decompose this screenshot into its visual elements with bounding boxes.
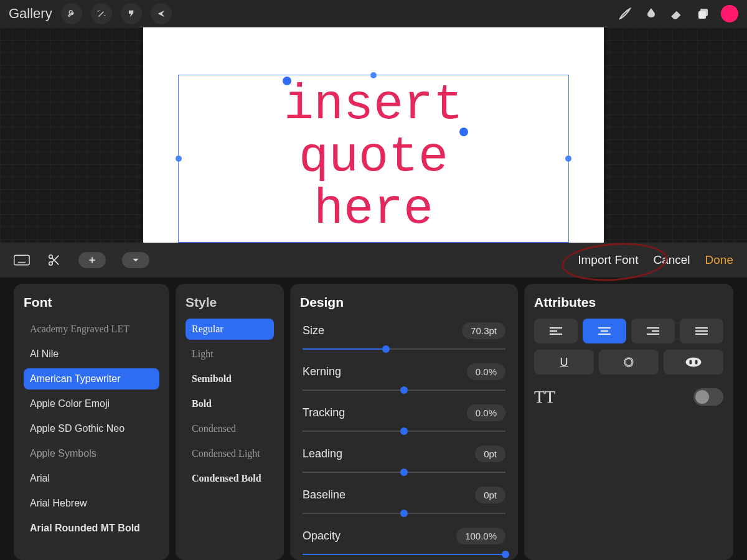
align-left-button[interactable] <box>534 319 578 343</box>
arrow-icon[interactable] <box>151 3 172 24</box>
style-row: U O <box>534 350 723 375</box>
svg-rect-2 <box>14 255 29 265</box>
font-item[interactable]: Arial Hebrew <box>24 493 159 514</box>
canvas-area: insert quote here <box>0 27 747 243</box>
design-value[interactable]: 0pt <box>475 487 505 503</box>
design-label: Size <box>303 324 324 337</box>
attributes-panel-title: Attributes <box>534 295 723 310</box>
design-label: Opacity <box>303 530 341 543</box>
align-center-button[interactable] <box>583 319 626 343</box>
scissors-icon[interactable] <box>46 252 62 268</box>
style-panel: Style RegularLightSemiboldBoldCondensedC… <box>176 284 284 560</box>
font-item[interactable]: Apple Color Emoji <box>24 393 159 414</box>
design-slider[interactable] <box>303 427 505 436</box>
keyboard-icon[interactable] <box>14 252 30 268</box>
style-item[interactable]: Bold <box>186 393 274 414</box>
svg-rect-29 <box>695 360 698 365</box>
font-panel: Font Academy Engraved LETAl NileAmerican… <box>14 284 169 560</box>
top-toolbar: Gallery <box>0 0 747 27</box>
design-slider[interactable] <box>303 509 505 518</box>
style-item[interactable]: Condensed Light <box>186 443 274 464</box>
canvas[interactable]: insert quote here <box>143 27 604 243</box>
design-row: Tracking0.0% <box>303 401 505 424</box>
design-slider[interactable] <box>303 345 505 353</box>
attributes-panel: Attributes U O TT <box>524 284 733 560</box>
design-row: Kerning0.0% <box>303 360 505 383</box>
design-value[interactable]: 0.0% <box>467 363 505 380</box>
design-row: Opacity100.0% <box>303 524 505 548</box>
panels-container: Font Academy Engraved LETAl NileAmerican… <box>0 278 747 560</box>
align-right-button[interactable] <box>631 319 675 343</box>
font-item[interactable]: Arial <box>24 468 159 489</box>
smudge-icon[interactable] <box>642 5 660 22</box>
canvas-text[interactable]: insert quote here <box>179 79 568 236</box>
design-label: Leading <box>303 447 342 460</box>
text-word-1: insert <box>284 77 463 133</box>
font-list[interactable]: Academy Engraved LETAl NileAmerican Type… <box>24 319 159 549</box>
font-item[interactable]: Apple SD Gothic Neo <box>24 418 159 439</box>
style-item[interactable]: Condensed Bold <box>186 468 274 489</box>
design-slider[interactable] <box>303 468 505 477</box>
font-item[interactable]: Arial Rounded MT Bold <box>24 518 159 539</box>
style-item[interactable]: Regular <box>186 319 274 340</box>
wrench-icon[interactable] <box>61 3 82 24</box>
text-caret-start[interactable] <box>283 77 291 85</box>
design-slider[interactable] <box>303 550 505 559</box>
font-item[interactable]: American Typewriter <box>24 368 159 390</box>
text-word-2: quote <box>179 131 568 184</box>
design-label: Baseline <box>303 488 345 502</box>
gallery-button[interactable]: Gallery <box>9 6 52 22</box>
design-value[interactable]: 70.3pt <box>462 322 505 339</box>
done-button[interactable]: Done <box>705 253 733 267</box>
outline-button[interactable]: O <box>599 350 659 375</box>
design-value[interactable]: 0pt <box>475 446 505 462</box>
font-item[interactable]: Avenir <box>24 543 159 549</box>
design-row: Size70.3pt <box>303 319 505 342</box>
brush-icon[interactable] <box>616 5 634 22</box>
font-panel-title: Font <box>24 295 159 310</box>
design-panel-title: Design <box>300 295 508 310</box>
font-item[interactable]: Academy Engraved LET <box>24 319 159 340</box>
capitals-toggle[interactable] <box>693 388 723 406</box>
design-value[interactable]: 0.0% <box>467 404 505 421</box>
design-row: Leading0pt <box>303 442 505 465</box>
dropdown-button[interactable] <box>122 252 149 268</box>
design-label: Kerning <box>303 365 341 378</box>
font-item[interactable]: Apple Symbols <box>24 443 159 464</box>
style-item[interactable]: Semibold <box>186 368 274 390</box>
underline-button[interactable]: U <box>534 350 594 375</box>
color-picker-button[interactable] <box>721 5 738 22</box>
strikethrough-button[interactable] <box>664 350 723 375</box>
text-panel-header: Import Font Cancel Done <box>0 243 747 278</box>
design-value[interactable]: 100.0% <box>456 528 505 544</box>
text-selection-box[interactable]: insert quote here <box>178 75 569 243</box>
layers-icon[interactable] <box>695 5 712 22</box>
text-word-3: here <box>179 184 568 236</box>
design-label: Tracking <box>303 406 345 419</box>
capitals-label: TT <box>534 387 555 407</box>
style-item[interactable]: Condensed <box>186 418 274 439</box>
selection-icon[interactable] <box>121 3 142 24</box>
add-button[interactable] <box>78 252 106 268</box>
svg-rect-28 <box>689 360 692 365</box>
svg-rect-1 <box>698 11 706 19</box>
design-panel: Design Size70.3ptKerning0.0%Tracking0.0%… <box>290 284 518 560</box>
style-list[interactable]: RegularLightSemiboldBoldCondensedCondens… <box>186 319 274 489</box>
eraser-icon[interactable] <box>669 5 686 22</box>
align-justify-button[interactable] <box>680 319 723 343</box>
text-caret-end[interactable] <box>459 128 468 136</box>
svg-point-27 <box>686 358 701 366</box>
wand-icon[interactable] <box>91 3 112 24</box>
font-item[interactable]: Al Nile <box>24 343 159 365</box>
design-slider[interactable] <box>303 386 505 394</box>
design-row: Baseline0pt <box>303 483 505 506</box>
style-panel-title: Style <box>186 295 274 310</box>
alignment-row <box>534 319 723 343</box>
style-item[interactable]: Light <box>186 343 274 365</box>
